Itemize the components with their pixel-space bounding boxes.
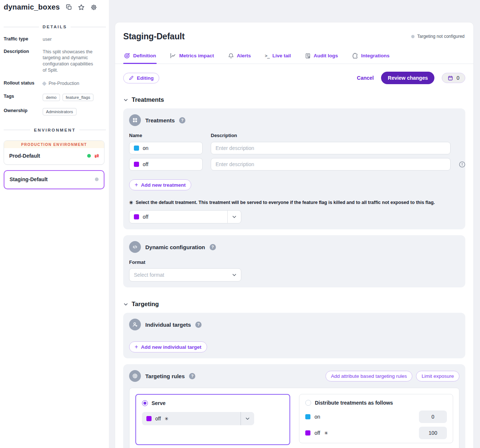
distribute-percentage-input-on[interactable]: 0 — [419, 411, 447, 423]
person-plus-icon — [129, 319, 141, 330]
traffic-type-value: user — [43, 36, 51, 43]
chevron-down-icon — [232, 214, 237, 219]
format-placeholder: Select format — [134, 272, 164, 278]
field-ownership: Ownership Administrators — [4, 108, 106, 115]
env-status-dot-gray — [95, 178, 99, 181]
copy-icon[interactable] — [66, 4, 72, 10]
targeting-status-dot — [411, 35, 415, 38]
tab-alerts[interactable]: Alerts — [227, 51, 252, 64]
puzzle-icon — [352, 53, 358, 59]
info-icon[interactable] — [459, 161, 466, 168]
limit-exposure-button[interactable]: Limit exposure — [416, 371, 459, 381]
rule-editor: Serve off ✳ Distribute treatments — [129, 388, 459, 448]
format-select[interactable]: Select format — [129, 268, 241, 282]
flag-name-title: dynamic_boxes — [4, 3, 60, 11]
tab-label: Live tail — [273, 53, 291, 58]
editing-label: Editing — [137, 75, 154, 81]
tab-label: Audit logs — [314, 53, 338, 58]
traffic-type-label: Traffic type — [4, 36, 43, 43]
distribute-label: Distribute treatments as follows — [315, 400, 393, 406]
individual-targets-panel: Individual targets ? + Add new individua… — [123, 313, 465, 358]
default-marker-icon: ✳ — [129, 200, 133, 205]
terminal-icon: >_ — [265, 53, 269, 58]
metrics-chart-icon — [170, 53, 176, 59]
swap-arrows-icon[interactable]: ⇄ — [94, 153, 99, 158]
distribute-option-panel[interactable]: Distribute treatments as follows on 0 of… — [299, 394, 453, 443]
distribute-radio[interactable] — [305, 400, 311, 406]
default-note-text: Select the default treatment. This treat… — [136, 200, 435, 205]
tab-integrations[interactable]: Integrations — [351, 51, 390, 64]
serve-radio[interactable] — [142, 400, 148, 406]
treatment-color-swatch — [134, 214, 139, 219]
targeting-status-text: Targeting not configured — [417, 34, 465, 39]
add-new-treatment-label: Add new treatment — [141, 182, 186, 188]
distribute-treatment-name: on — [314, 414, 320, 420]
editing-button[interactable]: Editing — [123, 73, 159, 83]
rollout-status-label: Rollout status — [4, 80, 43, 87]
tab-label: Definition — [133, 53, 156, 58]
review-changes-button[interactable]: Review changes — [381, 72, 434, 84]
targeting-rules-help-icon[interactable]: ? — [189, 373, 195, 379]
distribute-treatment-name: off — [314, 430, 320, 436]
add-attribute-rules-button[interactable]: Add attribute based targeting rules — [326, 371, 412, 381]
env-status-dot-green — [87, 154, 91, 158]
treatment-name: off — [143, 161, 148, 167]
field-traffic-type: Traffic type user — [4, 36, 106, 43]
add-individual-target-label: Add new individual target — [141, 344, 201, 350]
tag-chip: feature_flags — [63, 94, 94, 101]
gear-icon[interactable] — [90, 4, 97, 11]
targeting-section-header[interactable]: Targeting — [123, 301, 465, 308]
dynamic-config-title: Dynamic configuration — [145, 244, 205, 250]
treatment-name: on — [143, 145, 149, 151]
targeting-rules-panel: Targeting rules ? Add attribute based ta… — [123, 364, 465, 448]
screen: dynamic_boxes DETAILS Traffic type user … — [0, 0, 480, 448]
star-icon[interactable] — [78, 4, 85, 11]
changes-count: 0 — [456, 75, 459, 81]
tab-live-tail[interactable]: >_ Live tail — [264, 51, 292, 64]
rollout-status-value: Pre-Production — [49, 80, 79, 87]
tab-metrics-impact[interactable]: Metrics impact — [169, 51, 215, 64]
chevron-down-icon — [232, 272, 237, 277]
treatments-section-header[interactable]: Treatments — [123, 96, 465, 103]
tab-audit-logs[interactable]: Audit logs — [304, 51, 339, 64]
treatment-name-input-off[interactable]: off — [129, 158, 203, 171]
rollout-status-diamond-icon — [42, 81, 47, 86]
sidebar: dynamic_boxes DETAILS Traffic type user … — [0, 0, 109, 448]
tab-label: Metrics impact — [179, 53, 214, 58]
treatments-panel: Treatments ? Name Description on off — [123, 108, 465, 229]
individual-targets-help-icon[interactable]: ? — [195, 322, 202, 328]
treatment-color-swatch — [134, 162, 139, 167]
default-marker-icon: ✳ — [164, 416, 168, 422]
treatments-panel-title: Treatments — [145, 117, 175, 123]
dynamic-config-help-icon[interactable]: ? — [210, 244, 216, 250]
production-environment-banner: PRODUCTION ENVIRONMENT — [4, 141, 104, 148]
environment-header: ENVIRONMENT — [4, 128, 106, 132]
tab-label: Integrations — [361, 53, 390, 58]
tab-label: Alerts — [237, 53, 251, 58]
targeting-status: Targeting not configured — [411, 34, 465, 39]
plus-icon: + — [135, 344, 138, 350]
individual-targets-title: Individual targets — [145, 322, 191, 328]
name-column-header: Name — [129, 133, 203, 138]
treatments-help-icon[interactable]: ? — [179, 117, 185, 123]
scheduled-changes-button[interactable]: 0 — [442, 73, 465, 83]
treatment-color-swatch — [305, 430, 310, 436]
environment-card-staging[interactable]: Staging-Default — [4, 170, 104, 189]
treatment-color-swatch — [146, 416, 152, 421]
add-individual-target-button[interactable]: + Add new individual target — [129, 341, 207, 352]
serve-option-panel[interactable]: Serve off ✳ — [135, 394, 290, 445]
treatment-description-input-on[interactable] — [211, 142, 451, 154]
treatment-name-input-on[interactable]: on — [129, 142, 203, 154]
serve-label: Serve — [152, 400, 166, 406]
cancel-button[interactable]: Cancel — [357, 75, 374, 81]
tab-definition[interactable]: Definition — [123, 51, 157, 64]
format-label: Format — [129, 259, 459, 265]
treatment-description-input-off[interactable] — [211, 158, 451, 171]
distribute-percentage-input-off[interactable]: 100 — [419, 427, 447, 439]
serve-treatment-select[interactable]: off ✳ — [142, 412, 254, 425]
default-treatment-select[interactable]: off — [129, 210, 241, 223]
add-new-treatment-button[interactable]: + Add new treatment — [129, 179, 191, 190]
treatment-color-swatch — [305, 414, 310, 419]
environment-card-prod[interactable]: PRODUCTION ENVIRONMENT Prod-Default ⇄ — [4, 140, 104, 165]
toolbar: Editing Cancel Review changes 0 — [123, 72, 465, 84]
